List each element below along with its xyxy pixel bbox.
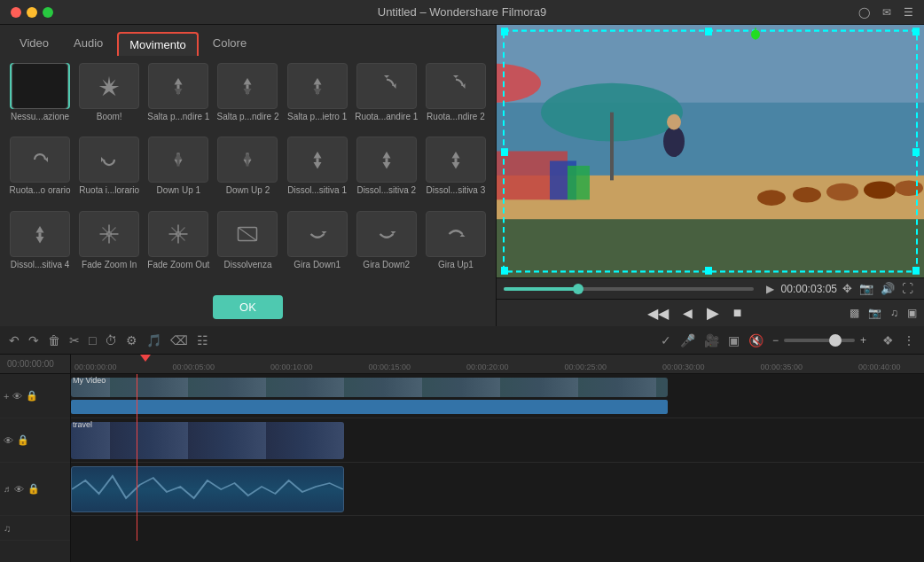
audio-eye-icon[interactable]: 👁 [14,484,24,495]
effect-dissol2[interactable]: Dissol...sitiva 2 [354,137,419,207]
caption-icon[interactable]: ▣ [728,333,740,347]
maximize-button[interactable] [43,7,53,18]
mute-icon[interactable]: 🔇 [748,333,763,347]
stop-button[interactable]: ■ [733,305,742,321]
fullscreen-icon[interactable]: ✥ [842,282,852,295]
tab-video[interactable]: Video [9,32,59,56]
effect-giraup1[interactable]: Gira Up1 [423,211,489,281]
track2-eye-icon[interactable]: 👁 [4,435,13,446]
effect-salta2[interactable]: Salta p...ndire 2 [215,63,280,133]
snapshot-icon[interactable]: 📷 [868,307,881,319]
progress-thumb[interactable] [573,284,583,294]
play-button[interactable]: ▶ [707,303,719,323]
boom-icon [96,73,122,99]
svg-marker-32 [36,226,44,233]
effect-dissol4[interactable]: Dissol...sitiva 4 [7,211,73,281]
camera-icon[interactable]: 📷 [859,282,873,295]
more-icon[interactable]: ⋮ [903,333,915,347]
svg-marker-28 [382,162,390,169]
tab-audio[interactable]: Audio [63,32,114,56]
track1-filmstrip[interactable] [71,378,668,397]
fadeout-icon [165,221,192,247]
delete-icon[interactable]: 🗑 [48,333,60,347]
progress-bar[interactable] [504,287,754,291]
effect-ruota1[interactable]: Ruota...andire 1 [354,63,419,133]
effect-salta3[interactable]: Salta p...ietro 1 [285,63,350,133]
effect-salta1[interactable]: Salta p...ndire 1 [145,63,211,133]
tracks-container: 00:00:00:00 + 👁 🔒 👁 🔒 ♬ 👁 🔒 ♫ [0,355,924,562]
effect-boom[interactable]: Boom! [76,63,142,133]
effect-dissol2-label: Dissol...sitiva 2 [356,185,416,196]
effect-fadein[interactable]: Fade Zoom In [76,211,142,281]
audio-icon[interactable]: 🎵 [146,333,161,347]
effect-dissol3[interactable]: Dissol...sitiva 3 [423,137,489,207]
pip-icon[interactable]: ▣ [907,307,917,319]
redo-icon[interactable]: ↷ [28,333,39,347]
effects-grid: Nessu...azione Boom! [0,56,496,288]
add-track-icon[interactable]: + [4,391,9,402]
audio-lock-icon[interactable]: 🔒 [27,483,40,495]
expand-icon[interactable]: ⛶ [902,282,913,295]
effect-dissolvenza[interactable]: Dissolvenza [215,211,280,281]
stabilize-icon[interactable]: ⚙ [126,333,137,347]
svg-marker-6 [313,78,321,85]
downup2-icon [234,146,261,173]
effect-fadeout[interactable]: Fade Zoom Out [145,211,211,281]
zoom-in-icon[interactable]: + [860,334,866,347]
close-button[interactable] [11,7,21,18]
effect-giradown2[interactable]: Gira Down2 [354,211,419,281]
effect-fadeout-label: Fade Zoom Out [147,260,209,270]
track1-lock-icon[interactable]: 🔒 [26,390,38,402]
svg-rect-74 [705,267,712,275]
effect-ruota4[interactable]: Ruota i...lorario [76,137,142,207]
voice-icon[interactable]: 🎥 [704,333,719,347]
track2-clip[interactable] [71,422,344,459]
playback-controls: ◀◀ ◀ ▶ ■ ▩ 📷 ♫ ▣ [497,299,924,326]
crop-icon[interactable]: □ [89,333,96,347]
audio-settings-icon[interactable]: ♫ [890,307,898,319]
step-back-button[interactable]: ◀ [683,306,693,320]
speed-icon[interactable]: ⏱ [105,333,117,347]
timeline-start-time: 00:00:00:00 [7,359,54,369]
mail-icon[interactable]: ✉ [882,6,891,19]
fit-icon[interactable]: ❖ [882,333,894,347]
marker-icon[interactable]: ✓ [661,333,671,347]
giradown2-icon [373,221,400,247]
add-music-icon[interactable]: ♫ [4,523,11,534]
cut-icon[interactable]: ✂ [69,333,80,347]
track1-eye-icon[interactable]: 👁 [12,391,22,402]
settings-icon[interactable]: ☰ [904,6,913,19]
effect-dissolvenza-label: Dissolvenza [224,260,272,270]
svg-rect-69 [705,27,712,35]
zoom-thumb[interactable] [829,334,842,347]
mic-icon[interactable]: 🎤 [680,333,695,347]
zoom-slider[interactable] [784,339,855,342]
effect-downup2[interactable]: Down Up 2 [215,137,280,207]
rewind-button[interactable]: ◀◀ [647,305,669,322]
tab-colore[interactable]: Colore [202,32,257,56]
salta3-icon [304,73,331,99]
timeline-ruler[interactable]: 00:00:00:00 00:00:05:00 00:00:10:00 00:0… [71,355,924,374]
preview-ctrl-icons: ✥ 📷 🔊 ⛶ [842,282,913,295]
audio-clip[interactable] [71,466,344,512]
svg-rect-22 [247,160,249,167]
ok-button[interactable]: OK [213,295,283,319]
track2-lock-icon[interactable]: 🔒 [17,434,29,446]
effect-ruota3[interactable]: Ruota...o orario [7,137,73,207]
undo-icon[interactable]: ↶ [9,333,20,347]
volume-icon[interactable]: 🔊 [881,282,895,295]
user-icon[interactable]: ◯ [858,6,870,19]
effect-downup1[interactable]: Down Up 1 [145,137,211,207]
tab-movimento[interactable]: Movimento [117,32,199,56]
effect-ruota2[interactable]: Ruota...ndire 2 [423,63,489,133]
svg-marker-47 [321,231,326,234]
monitor-icon[interactable]: ▩ [850,307,859,319]
layout-icon[interactable]: ☷ [197,333,208,347]
minimize-button[interactable] [27,7,37,18]
split-icon[interactable]: ⌫ [170,333,188,347]
svg-marker-5 [244,89,252,96]
zoom-out-icon[interactable]: − [772,334,779,347]
effect-giradown1[interactable]: Gira Down1 [285,211,350,281]
effect-dissol1[interactable]: Dissol...sitiva 1 [285,137,350,207]
effect-none[interactable]: Nessu...azione [7,63,73,133]
